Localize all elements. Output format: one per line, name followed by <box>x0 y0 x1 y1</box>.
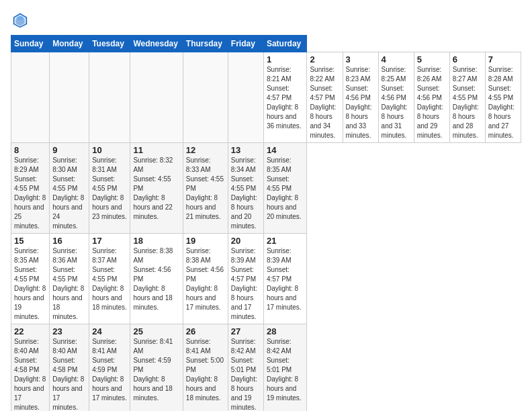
day-number: 17 <box>92 236 127 246</box>
calendar-cell: 8 Sunrise: 8:29 AMSunset: 4:55 PMDayligh… <box>11 143 50 234</box>
calendar-week-row: 22 Sunrise: 8:40 AMSunset: 4:58 PMDaylig… <box>11 324 521 412</box>
day-detail: Sunrise: 8:39 AMSunset: 4:57 PMDaylight:… <box>231 246 261 322</box>
calendar-header-friday: Friday <box>228 36 263 52</box>
day-number: 9 <box>52 145 86 155</box>
day-detail: Sunrise: 8:31 AMSunset: 4:55 PMDaylight:… <box>92 156 127 222</box>
calendar-cell: 26 Sunrise: 8:41 AMSunset: 5:00 PMDaylig… <box>183 324 228 412</box>
calendar-cell <box>50 52 89 143</box>
day-detail: Sunrise: 8:34 AMSunset: 4:55 PMDaylight:… <box>231 156 261 231</box>
page-header <box>11 11 521 30</box>
day-detail: Sunrise: 8:27 AMSunset: 4:55 PMDaylight:… <box>453 65 482 140</box>
day-detail: Sunrise: 8:35 AMSunset: 4:55 PMDaylight:… <box>14 246 46 322</box>
day-detail: Sunrise: 8:26 AMSunset: 4:56 PMDaylight:… <box>417 65 447 140</box>
calendar-cell <box>11 52 50 143</box>
day-detail: Sunrise: 8:40 AMSunset: 4:58 PMDaylight:… <box>52 337 86 411</box>
calendar-cell <box>89 52 130 143</box>
day-number: 25 <box>133 326 179 336</box>
calendar-table: SundayMondayTuesdayWednesdayThursdayFrid… <box>11 35 521 411</box>
calendar-cell: 1 Sunrise: 8:21 AMSunset: 4:57 PMDayligh… <box>263 52 307 143</box>
day-detail: Sunrise: 8:41 AMSunset: 4:59 PMDaylight:… <box>133 337 179 403</box>
day-number: 10 <box>92 145 127 155</box>
day-number: 20 <box>231 236 261 246</box>
day-number: 14 <box>267 145 304 155</box>
day-number: 12 <box>186 145 225 155</box>
calendar-cell: 6 Sunrise: 8:27 AMSunset: 4:55 PMDayligh… <box>449 52 485 143</box>
day-number: 28 <box>267 326 304 336</box>
day-number: 21 <box>267 236 304 246</box>
calendar-cell: 12 Sunrise: 8:33 AMSunset: 4:55 PMDaylig… <box>183 143 228 234</box>
calendar-cell: 23 Sunrise: 8:40 AMSunset: 4:58 PMDaylig… <box>50 324 89 412</box>
day-number: 23 <box>52 326 86 336</box>
day-detail: Sunrise: 8:42 AMSunset: 5:01 PMDaylight:… <box>267 337 304 403</box>
calendar-cell <box>183 52 228 143</box>
calendar-cell: 5 Sunrise: 8:26 AMSunset: 4:56 PMDayligh… <box>414 52 449 143</box>
calendar-cell: 24 Sunrise: 8:41 AMSunset: 4:59 PMDaylig… <box>89 324 130 412</box>
calendar-cell: 20 Sunrise: 8:39 AMSunset: 4:57 PMDaylig… <box>228 234 263 324</box>
calendar-header-monday: Monday <box>50 36 89 52</box>
calendar-header-row: SundayMondayTuesdayWednesdayThursdayFrid… <box>11 36 521 52</box>
calendar-cell: 13 Sunrise: 8:34 AMSunset: 4:55 PMDaylig… <box>228 143 263 234</box>
calendar-cell: 27 Sunrise: 8:42 AMSunset: 5:01 PMDaylig… <box>228 324 263 412</box>
calendar-header-saturday: Saturday <box>263 36 307 52</box>
logo-icon <box>11 11 30 30</box>
calendar-header-thursday: Thursday <box>183 36 228 52</box>
calendar-cell: 28 Sunrise: 8:42 AMSunset: 5:01 PMDaylig… <box>263 324 307 412</box>
calendar-week-row: 8 Sunrise: 8:29 AMSunset: 4:55 PMDayligh… <box>11 143 521 234</box>
day-number: 27 <box>231 326 261 336</box>
calendar-cell: 19 Sunrise: 8:38 AMSunset: 4:56 PMDaylig… <box>183 234 228 324</box>
calendar-cell: 15 Sunrise: 8:35 AMSunset: 4:55 PMDaylig… <box>11 234 50 324</box>
day-detail: Sunrise: 8:35 AMSunset: 4:55 PMDaylight:… <box>267 156 304 222</box>
calendar-cell: 2 Sunrise: 8:22 AMSunset: 4:57 PMDayligh… <box>307 52 343 143</box>
day-detail: Sunrise: 8:28 AMSunset: 4:55 PMDaylight:… <box>488 65 518 140</box>
calendar-header-wednesday: Wednesday <box>130 36 183 52</box>
calendar-page: SundayMondayTuesdayWednesdayThursdayFrid… <box>0 0 532 411</box>
calendar-cell: 10 Sunrise: 8:31 AMSunset: 4:55 PMDaylig… <box>89 143 130 234</box>
day-number: 18 <box>133 236 179 246</box>
day-number: 1 <box>267 54 304 64</box>
day-detail: Sunrise: 8:32 AMSunset: 4:55 PMDaylight:… <box>133 156 179 222</box>
day-number: 15 <box>14 236 46 246</box>
day-number: 5 <box>417 54 447 64</box>
day-number: 22 <box>14 326 46 336</box>
calendar-cell: 18 Sunrise: 8:38 AMSunset: 4:56 PMDaylig… <box>130 234 183 324</box>
day-number: 24 <box>92 326 127 336</box>
day-detail: Sunrise: 8:41 AMSunset: 4:59 PMDaylight:… <box>92 337 127 403</box>
day-detail: Sunrise: 8:29 AMSunset: 4:55 PMDaylight:… <box>14 156 46 231</box>
day-detail: Sunrise: 8:42 AMSunset: 5:01 PMDaylight:… <box>231 337 261 411</box>
calendar-header-sunday: Sunday <box>11 36 50 52</box>
day-detail: Sunrise: 8:38 AMSunset: 4:56 PMDaylight:… <box>186 246 225 312</box>
day-number: 19 <box>186 236 225 246</box>
day-detail: Sunrise: 8:23 AMSunset: 4:56 PMDaylight:… <box>346 65 375 140</box>
calendar-cell: 25 Sunrise: 8:41 AMSunset: 4:59 PMDaylig… <box>130 324 183 412</box>
calendar-cell: 22 Sunrise: 8:40 AMSunset: 4:58 PMDaylig… <box>11 324 50 412</box>
day-number: 7 <box>488 54 518 64</box>
day-detail: Sunrise: 8:41 AMSunset: 5:00 PMDaylight:… <box>186 337 225 403</box>
day-detail: Sunrise: 8:36 AMSunset: 4:55 PMDaylight:… <box>52 246 86 322</box>
calendar-cell: 21 Sunrise: 8:39 AMSunset: 4:57 PMDaylig… <box>263 234 307 324</box>
day-detail: Sunrise: 8:38 AMSunset: 4:56 PMDaylight:… <box>133 246 179 312</box>
logo <box>11 11 32 30</box>
day-detail: Sunrise: 8:21 AMSunset: 4:57 PMDaylight:… <box>267 65 304 131</box>
calendar-cell <box>228 52 263 143</box>
day-detail: Sunrise: 8:30 AMSunset: 4:55 PMDaylight:… <box>52 156 86 231</box>
calendar-cell <box>130 52 183 143</box>
calendar-cell: 4 Sunrise: 8:25 AMSunset: 4:56 PMDayligh… <box>378 52 414 143</box>
day-number: 13 <box>231 145 261 155</box>
day-number: 2 <box>310 54 339 64</box>
day-detail: Sunrise: 8:22 AMSunset: 4:57 PMDaylight:… <box>310 65 339 140</box>
day-number: 6 <box>453 54 482 64</box>
day-detail: Sunrise: 8:39 AMSunset: 4:57 PMDaylight:… <box>267 246 304 312</box>
calendar-cell: 16 Sunrise: 8:36 AMSunset: 4:55 PMDaylig… <box>50 234 89 324</box>
day-number: 3 <box>346 54 375 64</box>
calendar-week-row: 15 Sunrise: 8:35 AMSunset: 4:55 PMDaylig… <box>11 234 521 324</box>
day-detail: Sunrise: 8:37 AMSunset: 4:55 PMDaylight:… <box>92 246 127 312</box>
day-number: 8 <box>14 145 46 155</box>
calendar-cell: 9 Sunrise: 8:30 AMSunset: 4:55 PMDayligh… <box>50 143 89 234</box>
calendar-cell: 11 Sunrise: 8:32 AMSunset: 4:55 PMDaylig… <box>130 143 183 234</box>
day-number: 16 <box>52 236 86 246</box>
calendar-cell: 3 Sunrise: 8:23 AMSunset: 4:56 PMDayligh… <box>343 52 378 143</box>
day-number: 4 <box>382 54 411 64</box>
calendar-header-tuesday: Tuesday <box>89 36 130 52</box>
calendar-cell: 14 Sunrise: 8:35 AMSunset: 4:55 PMDaylig… <box>263 143 307 234</box>
day-number: 26 <box>186 326 225 336</box>
